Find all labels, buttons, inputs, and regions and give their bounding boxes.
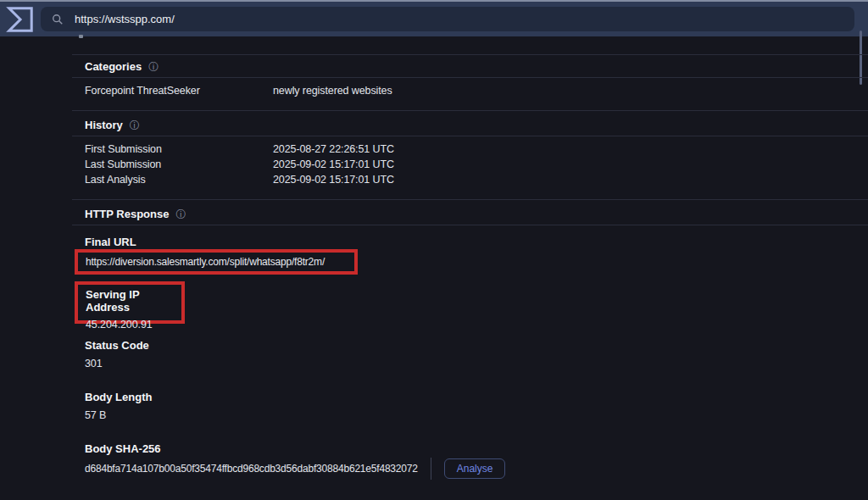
body-sha256-row: d684bfa714a107b00a50f35474ffbcd968cdb3d5… — [85, 456, 505, 481]
final-url-label: Final URL — [85, 236, 136, 248]
annotation-box-final-url: https://diversion.salesmartly.com/split/… — [75, 249, 358, 275]
final-url-value: https://diversion.salesmartly.com/split/… — [86, 256, 325, 268]
categories-header: Categories ⓘ — [85, 60, 159, 73]
search-icon — [52, 14, 64, 25]
url-input[interactable] — [75, 13, 804, 25]
categories-title: Categories — [85, 60, 142, 73]
body-length-value: 57 B — [85, 409, 106, 421]
section-divider — [72, 54, 868, 55]
vertical-divider — [431, 458, 431, 480]
body-sha256-value: d684bfa714a107b00a50f35474ffbcd968cdb3d5… — [85, 463, 418, 475]
category-engine-label: Forcepoint ThreatSeeker — [85, 85, 200, 97]
body-length-label: Body Length — [85, 391, 152, 403]
http-response-header: HTTP Response ⓘ — [85, 208, 186, 220]
history-row-value: 2025-09-02 15:17:01 UTC — [273, 158, 394, 170]
section-divider — [72, 110, 868, 111]
annotation-box-serving-ip: Serving IP Address 45.204.200.91 — [75, 281, 185, 324]
history-row-label: Last Analysis — [85, 174, 146, 186]
info-icon[interactable]: ⓘ — [130, 120, 140, 131]
history-row-label: First Submission — [85, 143, 162, 155]
analyse-button[interactable]: Analyse — [444, 458, 506, 479]
category-engine-value: newly registered websites — [273, 85, 392, 97]
section-divider — [72, 199, 868, 200]
virustotal-logo-icon[interactable] — [5, 4, 36, 35]
status-code-value: 301 — [85, 358, 103, 369]
status-code-label: Status Code — [85, 339, 149, 352]
section-divider — [72, 225, 868, 225]
history-row-label: Last Submission — [85, 158, 161, 170]
serving-ip-value: 45.204.200.91 — [86, 319, 181, 331]
http-response-title: HTTP Response — [85, 208, 169, 220]
history-title: History — [85, 119, 123, 131]
section-divider — [72, 136, 868, 136]
info-icon[interactable]: ⓘ — [175, 209, 186, 219]
browser-toolbar — [0, 0, 868, 36]
body-sha256-label: Body SHA-256 — [85, 442, 161, 455]
info-icon[interactable]: ⓘ — [148, 62, 159, 72]
section-divider — [72, 77, 868, 78]
history-header: History ⓘ — [85, 119, 140, 131]
history-row-value: 2025-08-27 22:26:51 UTC — [273, 143, 394, 155]
url-search-bar[interactable] — [41, 7, 854, 31]
serving-ip-label: Serving IP Address — [86, 288, 181, 314]
virustotal-logo-glyph — [6, 5, 35, 34]
history-row-value: 2025-09-02 15:17:01 UTC — [273, 174, 394, 186]
main-content: Categories ⓘ Forcepoint ThreatSeeker new… — [0, 36, 868, 500]
